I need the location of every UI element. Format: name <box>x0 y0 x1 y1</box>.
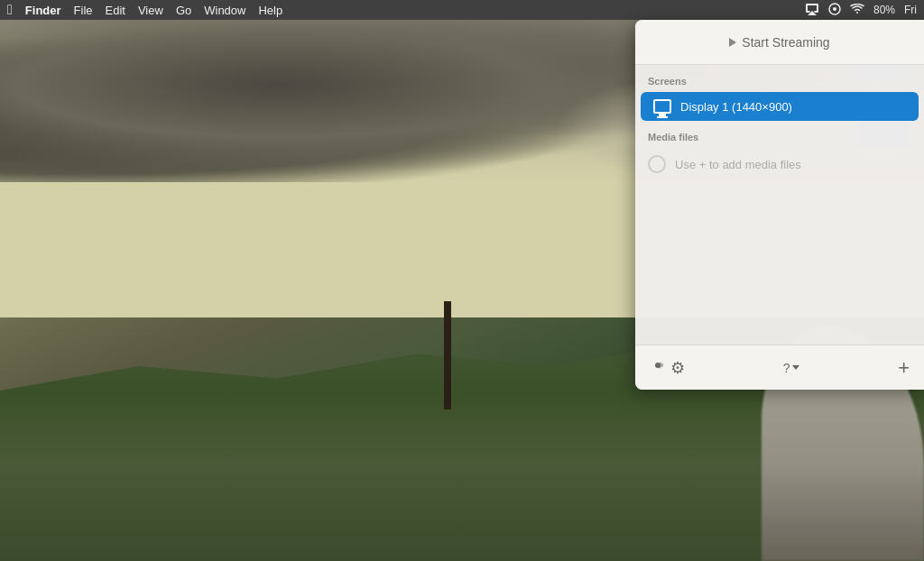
menubar-window[interactable]: Window <box>204 4 245 17</box>
menubar-left:  Finder File Edit View Go Window Help <box>7 2 282 18</box>
display1-item[interactable]: Display 1 (1440×900) <box>641 92 919 121</box>
siri-icon[interactable] <box>828 3 841 18</box>
media-section: Media files Use + to add media files <box>635 132 924 180</box>
add-media-item[interactable]: Use + to add media files <box>635 148 924 180</box>
svg-point-2 <box>833 7 836 11</box>
circle-placeholder-icon <box>648 155 666 173</box>
apple-menu[interactable]:  <box>7 2 13 18</box>
svg-point-3 <box>656 363 660 367</box>
settings-gear-button[interactable]: ⚙ <box>650 357 685 378</box>
help-button[interactable]: ? <box>783 361 800 375</box>
menubar-app-name[interactable]: Finder <box>25 4 61 17</box>
monitor-icon <box>653 99 671 114</box>
menubar-help[interactable]: Help <box>258 4 282 17</box>
panel-header: Start Streaming <box>635 20 924 65</box>
menubar-view[interactable]: View <box>138 4 163 17</box>
post <box>444 301 451 409</box>
airplay-icon[interactable] <box>805 3 819 18</box>
menubar-go[interactable]: Go <box>176 4 191 17</box>
streaming-panel: Start Streaming Screens Display 1 (1440×… <box>635 20 924 390</box>
screens-section: Screens Display 1 (1440×900) <box>635 76 924 121</box>
add-media-label: Use + to add media files <box>675 158 801 171</box>
chevron-down-icon <box>792 365 799 370</box>
panel-content: Screens Display 1 (1440×900) Media files… <box>635 65 924 345</box>
play-icon <box>729 38 736 47</box>
help-label: ? <box>783 361 790 375</box>
battery-label: 80% <box>873 4 895 16</box>
time-label: Fri <box>904 4 917 16</box>
add-button[interactable]: + <box>898 356 910 380</box>
menubar-edit[interactable]: Edit <box>106 4 125 17</box>
menubar-right: 80% Fri <box>805 3 917 18</box>
display1-label: Display 1 (1440×900) <box>680 100 792 114</box>
menubar-file[interactable]: File <box>74 4 93 17</box>
wifi-icon[interactable] <box>850 4 864 17</box>
screens-section-label: Screens <box>635 76 924 92</box>
menubar:  Finder File Edit View Go Window Help <box>0 0 924 20</box>
media-section-label: Media files <box>635 132 924 148</box>
start-streaming-label: Start Streaming <box>742 35 829 50</box>
start-streaming-button[interactable]: Start Streaming <box>729 35 829 50</box>
panel-footer: ⚙ ? + <box>635 345 924 390</box>
